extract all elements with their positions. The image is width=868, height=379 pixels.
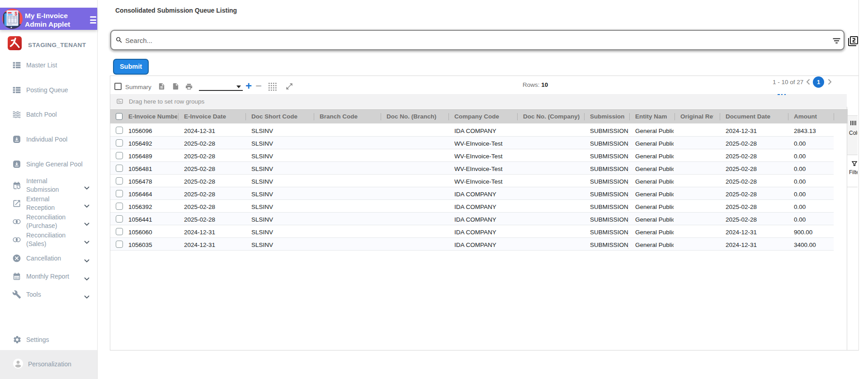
svg-text:$: $	[15, 11, 18, 16]
